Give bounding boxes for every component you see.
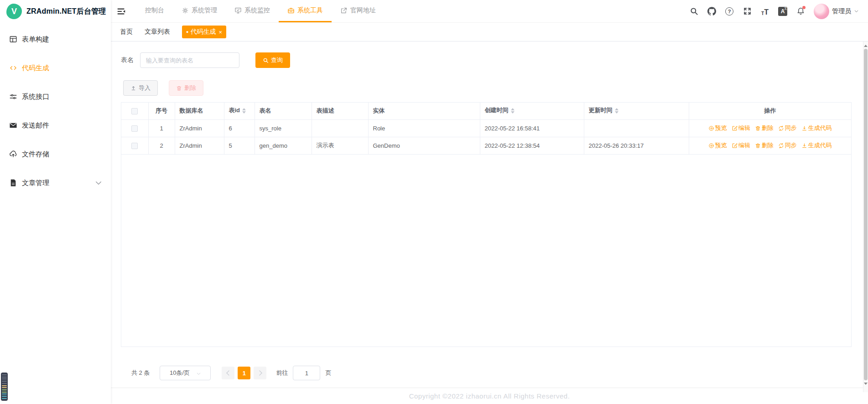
column-header-table-id[interactable]: 表id bbox=[224, 103, 255, 119]
sidebar-item-code-generation[interactable]: 代码生成 bbox=[0, 55, 111, 81]
delete-link[interactable]: 删除 bbox=[755, 141, 774, 150]
app-title: ZRAdmin.NET后台管理 bbox=[26, 7, 106, 16]
translate-icon[interactable]: A 文 bbox=[778, 7, 787, 16]
query-button[interactable]: 查询 bbox=[255, 52, 290, 68]
trash-icon bbox=[755, 125, 761, 131]
sidebar-item-system-api[interactable]: 系统接口 bbox=[0, 84, 111, 109]
generate-code-link[interactable]: 生成代码 bbox=[801, 124, 832, 132]
toolbox-icon bbox=[287, 7, 295, 14]
tab-label: 代码生成 bbox=[190, 28, 216, 36]
user-name: 管理员 bbox=[832, 7, 851, 16]
column-header-description: 表描述 bbox=[312, 103, 368, 119]
menu-fold-icon[interactable] bbox=[116, 6, 126, 16]
edit-icon bbox=[732, 125, 738, 131]
table-row[interactable]: 2 ZrAdmin 5 gen_demo 演示表 GenDemo 2022-05… bbox=[121, 137, 851, 154]
tab-article-list[interactable]: 文章列表 bbox=[145, 28, 170, 36]
sync-link[interactable]: 同步 bbox=[778, 124, 797, 132]
bell-icon[interactable] bbox=[796, 7, 805, 16]
cell-database: ZrAdmin bbox=[175, 119, 224, 137]
topnav-label: 官网地址 bbox=[350, 6, 376, 15]
external-link-icon bbox=[340, 7, 348, 14]
select-all-checkbox[interactable] bbox=[131, 108, 138, 114]
upload-icon bbox=[130, 85, 136, 91]
download-icon bbox=[801, 125, 807, 131]
avatar[interactable] bbox=[814, 4, 829, 19]
logo[interactable]: V ZRAdmin.NET后台管理 bbox=[0, 0, 111, 23]
vertical-scrollbar[interactable] bbox=[863, 41, 868, 392]
cell-created: 2022-05-22 16:58:41 bbox=[480, 119, 584, 137]
sidebar-item-label: 系统接口 bbox=[22, 93, 49, 101]
pagination: 共 2 条 10条/页 1 前往 页 bbox=[121, 366, 852, 380]
table-row[interactable]: 1 ZrAdmin 6 sys_role Role 2022-05-22 16:… bbox=[121, 119, 851, 137]
sidebar-item-label: 发送邮件 bbox=[22, 121, 49, 130]
column-header-created[interactable]: 创建时间 bbox=[480, 103, 584, 119]
topnav-label: 控制台 bbox=[145, 6, 164, 15]
column-header-updated[interactable]: 更新时间 bbox=[584, 103, 689, 119]
cell-entity: GenDemo bbox=[368, 137, 480, 154]
sort-caret-icon[interactable] bbox=[615, 106, 619, 115]
search-icon[interactable] bbox=[689, 7, 698, 16]
sidebar-item-label: 代码生成 bbox=[22, 64, 49, 73]
topnav-item-official-website[interactable]: 官网地址 bbox=[332, 0, 385, 22]
tab-code-generation[interactable]: ● 代码生成 × bbox=[182, 26, 226, 38]
github-icon[interactable] bbox=[707, 7, 716, 16]
row-checkbox[interactable] bbox=[131, 143, 138, 149]
preview-link[interactable]: 预览 bbox=[708, 141, 727, 150]
download-icon bbox=[801, 143, 807, 149]
edit-link[interactable]: 编辑 bbox=[732, 141, 750, 150]
generate-code-link[interactable]: 生成代码 bbox=[801, 141, 832, 150]
tab-home[interactable]: 首页 bbox=[120, 28, 133, 36]
row-checkbox[interactable] bbox=[131, 125, 138, 132]
form-grid-icon bbox=[9, 35, 17, 43]
fullscreen-icon[interactable] bbox=[743, 7, 752, 16]
delete-link[interactable]: 删除 bbox=[755, 124, 774, 132]
eye-icon bbox=[708, 143, 714, 149]
topnav-item-system-tools[interactable]: 系统工具 bbox=[279, 0, 332, 22]
sync-link[interactable]: 同步 bbox=[778, 141, 797, 150]
column-header-actions: 操作 bbox=[689, 103, 851, 119]
font-size-icon[interactable]: TT bbox=[760, 7, 769, 16]
preview-link[interactable]: 预览 bbox=[708, 124, 727, 132]
content: 表名 查询 导入 bbox=[111, 41, 868, 388]
sidebar-item-file-storage[interactable]: 文件存储 bbox=[0, 141, 111, 167]
code-icon bbox=[9, 64, 17, 72]
sidebar-item-form-builder[interactable]: 表单构建 bbox=[0, 26, 111, 52]
page-number-button[interactable]: 1 bbox=[238, 367, 250, 379]
sidebar-item-article-management[interactable]: 文章管理 bbox=[0, 170, 111, 196]
edit-link[interactable]: 编辑 bbox=[732, 124, 750, 132]
close-icon[interactable]: × bbox=[218, 29, 222, 36]
topnav-item-system-monitor[interactable]: 系统监控 bbox=[226, 0, 279, 22]
top-navigation: 控制台 系统管理 系统监控 bbox=[136, 0, 385, 22]
column-header-database: 数据库名 bbox=[175, 103, 224, 119]
mail-icon bbox=[9, 121, 17, 129]
active-dot: ● bbox=[186, 30, 188, 34]
page-size-select[interactable]: 10条/页 bbox=[160, 366, 211, 380]
topnav-item-system-management[interactable]: 系统管理 bbox=[173, 0, 226, 22]
sidebar-item-label: 文件存储 bbox=[22, 150, 49, 159]
topbar-right-actions: ? TT A 文 bbox=[689, 4, 859, 19]
help-icon[interactable]: ? bbox=[725, 7, 734, 16]
footer: Copyright ©2022 izhaorui.cn All Rights R… bbox=[111, 388, 868, 404]
sort-caret-icon[interactable] bbox=[511, 106, 515, 115]
scroll-up-icon[interactable] bbox=[864, 43, 868, 47]
delete-button[interactable]: 删除 bbox=[169, 80, 203, 96]
table-name-input[interactable] bbox=[140, 52, 239, 68]
search-icon bbox=[263, 57, 269, 63]
column-header-index: 序号 bbox=[148, 103, 175, 119]
edit-icon bbox=[732, 143, 738, 149]
minimized-window-widget[interactable] bbox=[1, 373, 8, 401]
sidebar-item-send-mail[interactable]: 发送邮件 bbox=[0, 113, 111, 138]
sort-caret-icon[interactable] bbox=[242, 106, 246, 115]
document-icon bbox=[9, 179, 17, 187]
prev-page-button[interactable] bbox=[222, 367, 234, 379]
scroll-down-icon[interactable] bbox=[864, 383, 868, 387]
topnav-item-console[interactable]: 控制台 bbox=[136, 0, 173, 22]
goto-label: 前往 bbox=[276, 369, 288, 377]
page-suffix: 页 bbox=[325, 369, 331, 377]
user-menu[interactable]: 管理员 bbox=[814, 4, 859, 19]
next-page-button[interactable] bbox=[254, 367, 266, 379]
import-button[interactable]: 导入 bbox=[123, 80, 158, 96]
goto-page-input[interactable] bbox=[293, 366, 320, 380]
scrollbar-thumb[interactable] bbox=[864, 49, 868, 380]
app-root: V ZRAdmin.NET后台管理 表单构建 代码生成 bbox=[0, 0, 868, 404]
